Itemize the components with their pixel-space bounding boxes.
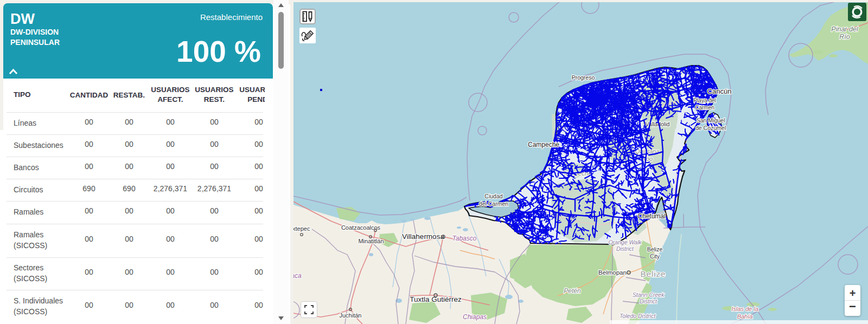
- svg-text:del Carmen: del Carmen: [479, 200, 508, 207]
- svg-text:Minatitlán: Minatitlán: [358, 238, 384, 244]
- svg-text:District: District: [640, 298, 658, 304]
- svg-text:Juchitán: Juchitán: [340, 312, 362, 319]
- svg-text:Ciudad: Ciudad: [484, 193, 502, 199]
- svg-text:Chiapas: Chiapas: [463, 313, 487, 321]
- svg-text:Pinar del: Pinar del: [831, 25, 859, 33]
- svg-text:Campeche: Campeche: [528, 141, 559, 148]
- svg-text:Río: Río: [839, 33, 850, 41]
- svg-text:District: District: [616, 245, 634, 252]
- svg-text:Orange Walk: Orange Walk: [608, 239, 642, 245]
- svg-text:Chetumal: Chetumal: [637, 212, 665, 220]
- svg-text:Islas de la: Islas de la: [731, 306, 758, 312]
- svg-text:Tuxtla Gutiérrez: Tuxtla Gutiérrez: [410, 295, 462, 303]
- svg-text:Petén: Petén: [564, 287, 581, 295]
- svg-text:Coatzacoalcos: Coatzacoalcos: [341, 224, 381, 231]
- svg-text:Belmopan: Belmopan: [598, 269, 627, 276]
- svg-text:San Miguel: San Miguel: [697, 117, 725, 124]
- svg-text:Cancún: Cancún: [707, 87, 732, 95]
- svg-text:City: City: [650, 253, 660, 260]
- svg-text:Belize: Belize: [641, 269, 666, 278]
- svg-text:Tabasco: Tabasco: [452, 235, 477, 242]
- svg-text:Bahía: Bahía: [737, 313, 753, 320]
- svg-text:Carmen: Carmen: [695, 105, 714, 111]
- svg-text:Toledo District: Toledo District: [620, 313, 656, 319]
- svg-text:Belize: Belize: [647, 246, 663, 252]
- svg-text:Stann Creek: Stann Creek: [633, 291, 665, 298]
- svg-text:Villahermosa: Villahermosa: [402, 232, 444, 241]
- svg-text:Progreso: Progreso: [572, 74, 595, 81]
- svg-text:Playa del: Playa del: [693, 98, 716, 103]
- svg-text:de Cozumel: de Cozumel: [695, 125, 726, 131]
